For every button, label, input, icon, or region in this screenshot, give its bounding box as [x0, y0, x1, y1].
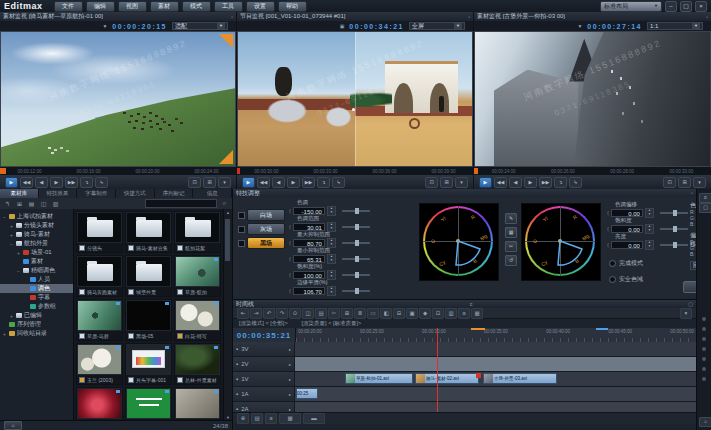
undo-icon[interactable]: ↶ [263, 308, 275, 319]
tab-markers[interactable]: 序列标记 [155, 189, 194, 198]
goto-start-icon[interactable]: ⇤ [237, 308, 249, 319]
mark-out-button[interactable]: ↳ [332, 177, 345, 188]
snap-icon[interactable]: ⊙ [289, 308, 301, 319]
tree-expander[interactable]: − [16, 268, 21, 274]
bin-item-clip[interactable]: 草原-马群 [76, 299, 123, 341]
monitor3-zoom-dropdown[interactable]: 1:1 ▼ [647, 22, 703, 30]
search-icon[interactable]: ⌕ [220, 200, 229, 207]
select-checkbox[interactable] [79, 245, 85, 251]
goto-end-icon[interactable]: ⇥ [250, 308, 262, 319]
bin-item-clip[interactable]: 玉兰 (2003) [76, 343, 123, 385]
step-fwd-button[interactable]: ▶ [287, 177, 300, 188]
next-clip-button[interactable]: ▶▶ [302, 177, 315, 188]
track-header[interactable]: ▪ 1V ▸ [233, 372, 295, 386]
monitor-option-button[interactable]: ⊞ [203, 177, 216, 188]
select-checkbox[interactable] [79, 289, 85, 295]
radio-icon[interactable] [609, 276, 616, 283]
panel-float-icon[interactable]: ▢ [688, 301, 693, 307]
param-value-input[interactable]: 100.00 [293, 271, 325, 279]
panel-menu-icon[interactable]: ▫ [691, 190, 693, 196]
param-value-input[interactable]: 30.01 [293, 223, 325, 231]
monitor3-video[interactable]: 河南数字网络 15516888892 0371-69118385 [474, 31, 711, 167]
render-icon[interactable]: ▦ [471, 308, 483, 319]
select-checkbox[interactable] [128, 245, 134, 251]
sequence-marker-orange[interactable] [471, 328, 485, 330]
ripple-icon[interactable]: ≣ [354, 308, 366, 319]
timeline-ruler[interactable]: 00:00:20:00 00:00:25:00 00:00:30:00 00:0… [296, 328, 696, 342]
tree-expander[interactable]: − [2, 214, 7, 220]
tree-item[interactable]: − 精细调色 [0, 266, 73, 275]
play-button[interactable]: ▶ [242, 177, 255, 188]
playhead[interactable] [437, 328, 438, 412]
more-tools-icon[interactable]: ▾ [680, 308, 692, 319]
tree-item-root[interactable]: − 上海试拍素材 [0, 212, 73, 221]
filter-icon[interactable]: ▼ [577, 23, 582, 29]
color-wheel-1[interactable]: R Mg B Cy G Yl [419, 203, 499, 281]
tree-expander[interactable]: + [9, 313, 14, 319]
monitor1-zoom-dropdown[interactable]: 适配 ▼ [172, 22, 228, 30]
trim-icon[interactable]: ▭ [367, 308, 379, 319]
track-header[interactable]: ▪ 2V ▸ [233, 357, 295, 371]
param-value-input[interactable]: 80.70 [293, 239, 325, 247]
bin-item-folder[interactable]: 航拍花絮 [174, 211, 221, 253]
track-lane[interactable]: 00:25 [295, 387, 696, 401]
prev-clip-button[interactable]: ◀◀ [257, 177, 270, 188]
keyframe-icon[interactable]: ⟨ [289, 256, 291, 262]
overwrite-mode-icon[interactable]: ▤ [315, 308, 327, 319]
select-checkbox[interactable] [79, 377, 85, 383]
param-value-input[interactable]: 0.00 [611, 209, 643, 217]
bin-item-clip[interactable]: 白花-特写 [174, 299, 221, 341]
keyframe-icon[interactable]: ⟨ [289, 224, 291, 230]
tab-titler[interactable]: 字幕制作 [77, 189, 116, 198]
menu-clip[interactable]: 素材 [150, 1, 179, 12]
channel-checkbox[interactable] [238, 226, 245, 233]
stepper[interactable]: ▲▼ [645, 240, 654, 250]
menu-settings[interactable]: 设置 [246, 1, 275, 12]
scroll-up-arrow[interactable]: ▲ [224, 210, 232, 215]
tree-expander[interactable]: + [9, 223, 14, 229]
param-slider[interactable] [660, 228, 688, 230]
expand-track-icon[interactable]: ▸ [289, 362, 291, 367]
timeline-clip[interactable]: 00:25 [296, 388, 318, 399]
channel-checkbox[interactable] [238, 240, 245, 247]
keyframe-icon[interactable]: ◆ [419, 308, 431, 319]
bin-item-clip[interactable]: 片头字幕-001 [125, 343, 172, 385]
monitor1-scrub-bar[interactable]: 00:00:12:00 00:00:16:00 00:00:20:00 00:0… [0, 167, 236, 175]
param-slider[interactable] [342, 226, 370, 228]
black-balance-button[interactable]: 黑场 [247, 237, 285, 249]
cut-icon[interactable]: ✂ [505, 241, 517, 252]
monitor-option-button[interactable]: ⊞ [440, 177, 453, 188]
param-slider[interactable] [342, 258, 370, 260]
timeline-clip[interactable]: 草原-航拍-01.avi [345, 373, 413, 384]
color-wheel-2[interactable]: R Mg B Cy G Yl [521, 203, 601, 281]
window-close-button[interactable]: × [695, 1, 707, 12]
radio-icon[interactable] [609, 260, 616, 267]
param-slider[interactable] [342, 242, 370, 244]
menu-help[interactable]: 帮助 [278, 1, 307, 12]
lock-icon[interactable]: ▪ [236, 376, 238, 382]
zoom-slider-button[interactable]: ▬ [303, 413, 325, 424]
tree-expander[interactable]: + [2, 331, 7, 337]
tree-item-selected[interactable]: 调色 [0, 284, 73, 293]
select-tool-icon[interactable]: ▣ [406, 308, 418, 319]
grid-icon[interactable]: ▦ [505, 227, 517, 238]
tree-item[interactable]: + 骑马-素材 [0, 230, 73, 239]
channel-checkbox[interactable] [238, 212, 245, 219]
param-value-input[interactable]: 0.00 [611, 241, 643, 249]
bin-item-clip[interactable]: 黑场-05 [125, 299, 172, 341]
track-header[interactable]: ▪ 1A ▸ [233, 387, 295, 401]
tree-item[interactable]: + 分镜头素材 [0, 221, 73, 230]
param-value-input[interactable]: 106.70 [293, 287, 325, 295]
window-minimize-button[interactable]: – [665, 1, 677, 12]
select-checkbox[interactable] [79, 333, 85, 339]
expand-track-icon[interactable]: ▸ [289, 407, 291, 412]
param-value-input[interactable]: -150.00 [293, 207, 325, 215]
tab-effects[interactable]: 特技效果 [39, 189, 78, 198]
bin-item-clip[interactable]: 丛林-外景素材 [174, 343, 221, 385]
step-back-button[interactable]: ◀ [35, 177, 48, 188]
lock-icon[interactable]: ▪ [236, 361, 238, 367]
monitor-option-button[interactable]: ▾ [693, 177, 706, 188]
bin-item-folder[interactable]: 骑马-素材合集 [125, 211, 172, 253]
mark-out-button[interactable]: ↳ [95, 177, 108, 188]
display-mode-icon[interactable]: ▣ [340, 23, 345, 29]
